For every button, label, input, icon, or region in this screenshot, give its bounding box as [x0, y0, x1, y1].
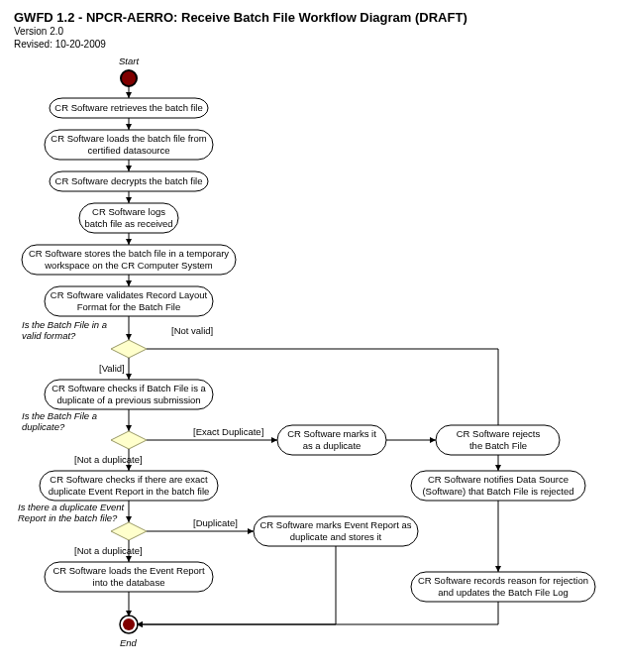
activity-text: CR Software marks it	[287, 428, 376, 439]
question-valid-format: valid format?	[22, 330, 76, 341]
edge-label-duplicate: [Duplicate]	[193, 517, 238, 528]
activity-text: CR Software stores the batch file in a t…	[29, 248, 229, 259]
revised-label: Revised: 10-20-2009	[14, 38, 610, 51]
activity-text: CR Software loads the Event Report	[52, 565, 204, 576]
question-duplicate: duplicate?	[22, 421, 65, 432]
activity-text: as a duplicate	[303, 440, 362, 451]
activity-text: CR Software checks if Batch File is a	[52, 383, 206, 393]
decision-event-dup	[111, 522, 147, 540]
activity-text: CR Software logs	[92, 206, 165, 217]
edge	[137, 602, 498, 624]
activity-text: the Batch File	[469, 440, 527, 451]
activity-text: certified datasource	[88, 145, 170, 156]
activity-text: (Software) that Batch File is rejected	[422, 486, 573, 497]
activity-text: duplicate of a previous submission	[56, 394, 200, 405]
activity-text: workspace on the CR Computer System	[44, 260, 213, 271]
edge-label-not-dup: [Not a duplicate]	[74, 454, 143, 465]
activity-text: CR Software decrypts the batch file	[55, 175, 203, 186]
edge-label-not-valid: [Not valid]	[171, 325, 213, 336]
activity-text: into the database	[93, 577, 165, 588]
activity-text: CR Software checks if there are exact	[50, 474, 208, 485]
question-valid-format: Is the Batch File in a	[22, 319, 107, 330]
workflow-diagram: Start CR Software retrieves the batch fi…	[0, 55, 622, 669]
start-node	[121, 70, 137, 86]
activity-text: CR Software loads the batch file from	[51, 133, 206, 144]
start-label: Start	[119, 56, 139, 66]
decision-valid	[111, 340, 147, 358]
activity-text: Format for the Batch File	[77, 301, 181, 312]
question-duplicate: Is the Batch File a	[22, 410, 97, 421]
version-label: Version 2.0	[14, 25, 610, 38]
end-node-inner	[123, 618, 135, 630]
question-dup-event: Report in the batch file?	[18, 512, 118, 523]
edge-label-not-dup2: [Not a duplicate]	[74, 545, 143, 556]
activity-text: batch file as received	[84, 218, 172, 229]
activity-text: CR Software marks Event Report as	[259, 519, 411, 530]
page-title: GWFD 1.2 - NPCR-AERRO: Receive Batch Fil…	[14, 10, 610, 25]
activity-text: duplicate and stores it	[290, 531, 382, 542]
edge-label-valid: [Valid]	[99, 363, 125, 374]
activity-text: duplicate Event Report in the batch file	[49, 486, 210, 497]
activity-text: CR Software records reason for rejection	[418, 575, 588, 586]
activity-text: CR Software rejects	[457, 428, 541, 439]
decision-duplicate	[111, 431, 147, 449]
activity-text: and updates the Batch File Log	[438, 587, 569, 598]
question-dup-event: Is there a duplicate Event	[18, 502, 125, 512]
activity-text: CR Software retrieves the batch file	[54, 102, 202, 113]
edge-label-exact-dup: [Exact Duplicate]	[193, 426, 263, 437]
activity-text: CR Software notifies Data Source	[428, 474, 569, 485]
end-label: End	[120, 637, 138, 648]
header: GWFD 1.2 - NPCR-AERRO: Receive Batch Fil…	[0, 0, 622, 55]
activity-text: CR Software validates Record Layout	[51, 289, 208, 300]
